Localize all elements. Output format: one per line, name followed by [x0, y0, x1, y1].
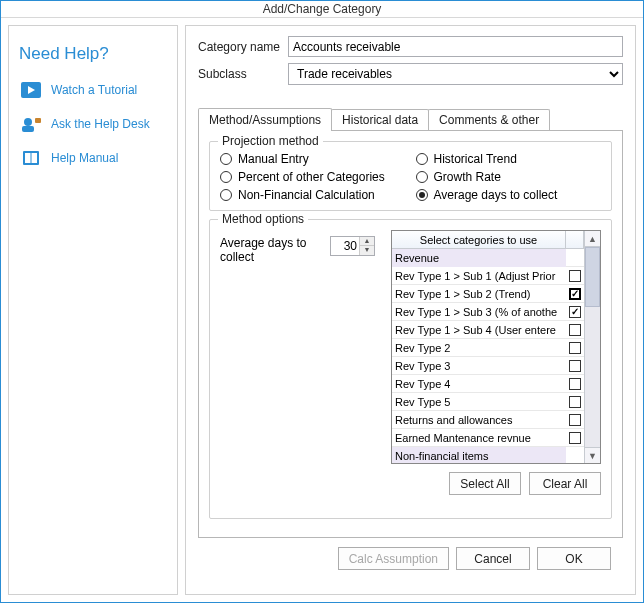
radio-icon[interactable]	[220, 171, 232, 183]
radio-icon[interactable]	[220, 189, 232, 201]
checkbox-icon[interactable]	[569, 270, 581, 282]
sidebar-item-label: Help Manual	[51, 151, 118, 165]
clear-all-button[interactable]: Clear All	[529, 472, 601, 495]
window-title: Add/Change Category	[263, 2, 382, 16]
categories-header-checkcol	[566, 231, 584, 248]
radio-percent-other[interactable]: Percent of other Categories	[220, 170, 406, 184]
row-subclass: Subclass Trade receivables	[198, 63, 623, 85]
category-row[interactable]: Rev Type 1 > Sub 4 (User entere	[392, 321, 584, 339]
cancel-button[interactable]: Cancel	[456, 547, 530, 570]
checkbox-icon[interactable]	[569, 306, 581, 318]
legend-projection-method: Projection method	[218, 134, 323, 148]
checkbox-icon[interactable]	[569, 288, 581, 300]
tab-body: Projection method Manual EntryHistorical…	[198, 130, 623, 538]
window-titlebar: Add/Change Category	[1, 1, 643, 18]
checkbox-icon[interactable]	[569, 396, 581, 408]
dialog-footer: Calc Assumption Cancel OK	[198, 538, 623, 582]
svg-rect-3	[22, 126, 34, 132]
radio-avg-days-collect[interactable]: Average days to collect	[416, 188, 602, 202]
svg-rect-4	[35, 118, 41, 123]
category-row[interactable]: Rev Type 5	[392, 393, 584, 411]
checkbox-icon[interactable]	[569, 360, 581, 372]
avg-days-block: Average days to collect ▲ ▼	[220, 230, 375, 495]
category-row[interactable]: Rev Type 1 > Sub 1 (Adjust Prior	[392, 267, 584, 285]
radio-label: Average days to collect	[434, 188, 558, 202]
group-method-options: Method options Average days to collect ▲…	[209, 219, 612, 519]
radio-non-financial-calc[interactable]: Non-Financial Calculation	[220, 188, 406, 202]
spinner-up-icon[interactable]: ▲	[360, 237, 374, 246]
category-group-row[interactable]: Non-financial items	[392, 447, 584, 463]
scroll-thumb[interactable]	[585, 247, 600, 307]
book-icon	[19, 148, 43, 168]
radio-label: Non-Financial Calculation	[238, 188, 375, 202]
calc-assumption-button: Calc Assumption	[338, 547, 449, 570]
categories-scrollbar[interactable]: ▲ ▼	[584, 231, 600, 463]
category-group-row[interactable]: Revenue	[392, 249, 584, 267]
help-sidebar: Need Help? Watch a Tutorial Ask the Help…	[8, 25, 178, 595]
category-row-label: Rev Type 1 > Sub 3 (% of anothe	[392, 303, 566, 321]
category-row[interactable]: Returns and allowances	[392, 411, 584, 429]
category-row[interactable]: Rev Type 2	[392, 339, 584, 357]
tab-comments-other[interactable]: Comments & other	[428, 109, 550, 130]
tab-historical-data[interactable]: Historical data	[331, 109, 429, 130]
play-icon	[19, 80, 43, 100]
sidebar-item-help-manual[interactable]: Help Manual	[19, 148, 167, 168]
category-row-label: Rev Type 1 > Sub 4 (User entere	[392, 321, 566, 339]
radio-icon[interactable]	[220, 153, 232, 165]
category-row[interactable]: Earned Mantenance revnue	[392, 429, 584, 447]
helpdesk-icon	[19, 114, 43, 134]
sidebar-item-label: Watch a Tutorial	[51, 83, 137, 97]
radio-icon[interactable]	[416, 189, 428, 201]
select-all-button[interactable]: Select All	[449, 472, 521, 495]
radio-historical-trend[interactable]: Historical Trend	[416, 152, 602, 166]
categories-header[interactable]: Select categories to use	[392, 231, 584, 249]
checkbox-icon[interactable]	[569, 432, 581, 444]
category-row-check-cell	[566, 360, 584, 372]
radio-icon[interactable]	[416, 153, 428, 165]
checkbox-icon[interactable]	[569, 378, 581, 390]
tab-method-assumptions[interactable]: Method/Assumptions	[198, 108, 332, 131]
radio-manual-entry[interactable]: Manual Entry	[220, 152, 406, 166]
content-area: Need Help? Watch a Tutorial Ask the Help…	[1, 18, 643, 602]
scroll-track[interactable]	[585, 307, 600, 447]
category-row-check-cell	[566, 378, 584, 390]
radio-label: Historical Trend	[434, 152, 517, 166]
category-row-check-cell	[566, 414, 584, 426]
spinner-avg-days[interactable]: ▲ ▼	[330, 236, 375, 256]
category-row-label: Rev Type 1 > Sub 2 (Trend)	[392, 285, 566, 303]
checkbox-icon[interactable]	[569, 324, 581, 336]
ok-button[interactable]: OK	[537, 547, 611, 570]
categories-list: Select categories to use RevenueRev Type…	[391, 230, 601, 464]
category-row-check-cell	[566, 324, 584, 336]
radio-growth-rate[interactable]: Growth Rate	[416, 170, 602, 184]
category-row-label: Revenue	[392, 249, 566, 267]
checkbox-icon[interactable]	[569, 414, 581, 426]
input-avg-days[interactable]	[331, 237, 359, 255]
radio-label: Growth Rate	[434, 170, 501, 184]
category-row-check-cell	[566, 432, 584, 444]
sidebar-item-watch-tutorial[interactable]: Watch a Tutorial	[19, 80, 167, 100]
category-row-check-cell	[566, 342, 584, 354]
category-row-check-cell	[566, 306, 584, 318]
category-row[interactable]: Rev Type 1 > Sub 2 (Trend)	[392, 285, 584, 303]
checkbox-icon[interactable]	[569, 342, 581, 354]
category-row-check-cell	[566, 396, 584, 408]
radio-label: Manual Entry	[238, 152, 309, 166]
category-row[interactable]: Rev Type 1 > Sub 3 (% of anothe	[392, 303, 584, 321]
sidebar-title: Need Help?	[19, 44, 167, 64]
category-row-label: Rev Type 3	[392, 357, 566, 375]
scroll-down-icon[interactable]: ▼	[585, 447, 600, 463]
category-row[interactable]: Rev Type 3	[392, 357, 584, 375]
select-subclass[interactable]: Trade receivables	[288, 63, 623, 85]
category-row[interactable]: Rev Type 4	[392, 375, 584, 393]
spinner-down-icon[interactable]: ▼	[360, 246, 374, 255]
category-row-check-cell	[566, 288, 584, 300]
scroll-up-icon[interactable]: ▲	[585, 231, 600, 247]
radio-icon[interactable]	[416, 171, 428, 183]
main-panel: Category name Subclass Trade receivables…	[185, 25, 636, 595]
input-category-name[interactable]	[288, 36, 623, 57]
radio-label: Percent of other Categories	[238, 170, 385, 184]
legend-method-options: Method options	[218, 212, 308, 226]
category-row-label: Rev Type 4	[392, 375, 566, 393]
sidebar-item-ask-help-desk[interactable]: Ask the Help Desk	[19, 114, 167, 134]
